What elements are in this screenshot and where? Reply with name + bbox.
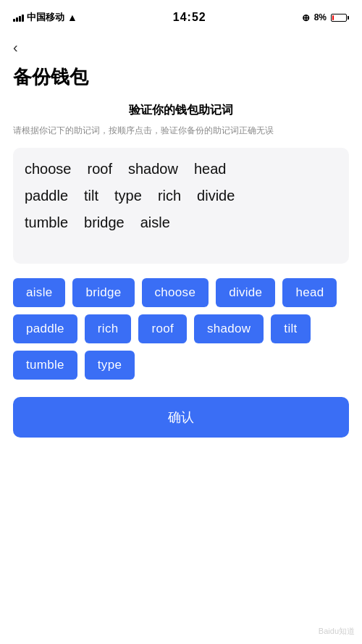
display-word-choose: choose (25, 161, 72, 177)
confirm-button[interactable]: 确认 (13, 397, 349, 438)
status-bar: 中国移动 ▲ 14:52 ⊕ 8% (0, 0, 362, 32)
display-word-tilt: tilt (84, 188, 98, 204)
page-title: 备份钱包 (0, 59, 362, 103)
word-display-row-2: paddle tilt type rich divide (25, 188, 337, 204)
word-chip-bridge[interactable]: bridge (72, 278, 134, 307)
word-chip-divide[interactable]: divide (216, 278, 275, 307)
word-display-area: choose roof shadow head paddle tilt type… (13, 148, 349, 264)
display-word-rich: rich (158, 188, 181, 204)
charge-icon: ⊕ (302, 12, 310, 23)
display-word-roof: roof (88, 161, 112, 177)
confirm-button-container: 确认 (0, 390, 362, 459)
battery-icon (331, 14, 349, 22)
carrier-label: 中国移动 (27, 11, 64, 24)
display-word-tumble: tumble (25, 214, 68, 231)
word-chip-choose[interactable]: choose (142, 278, 209, 307)
word-chip-aisle[interactable]: aisle (13, 278, 65, 307)
word-chip-roof[interactable]: roof (138, 314, 187, 343)
word-display-row-1: choose roof shadow head (25, 161, 337, 177)
word-chip-shadow[interactable]: shadow (194, 314, 264, 343)
section-description: 请根据你记下的助记词，按顺序点击，验证你备份的助记词正确无误 (0, 124, 362, 138)
status-left: 中国移动 ▲ (13, 11, 77, 24)
word-chip-head[interactable]: head (282, 278, 337, 307)
word-chip-tilt[interactable]: tilt (271, 314, 310, 343)
word-chip-tumble[interactable]: tumble (13, 351, 77, 380)
time-display: 14:52 (173, 11, 206, 24)
display-word-paddle: paddle (25, 188, 68, 204)
word-display-row-3: tumble bridge aisle (25, 214, 337, 231)
display-word-shadow: shadow (128, 161, 178, 177)
word-chip-paddle[interactable]: paddle (13, 314, 77, 343)
watermark: Baidu知道 (319, 626, 355, 637)
display-word-type: type (114, 188, 142, 204)
battery-percent: 8% (314, 12, 327, 22)
display-word-aisle: aisle (140, 214, 170, 231)
display-word-divide: divide (197, 188, 235, 204)
word-chip-type[interactable]: type (85, 351, 135, 380)
signal-icon (13, 13, 24, 22)
display-word-bridge: bridge (84, 214, 125, 231)
status-right: ⊕ 8% (302, 12, 349, 23)
back-button[interactable]: ‹ (0, 32, 362, 59)
section-heading: 验证你的钱包助记词 (0, 103, 362, 118)
wifi-icon: ▲ (67, 12, 77, 23)
display-word-head: head (194, 161, 227, 177)
back-arrow-icon[interactable]: ‹ (13, 39, 18, 56)
word-chip-rich[interactable]: rich (85, 314, 132, 343)
word-chips-container: aisle bridge choose divide head paddle r… (0, 264, 362, 390)
